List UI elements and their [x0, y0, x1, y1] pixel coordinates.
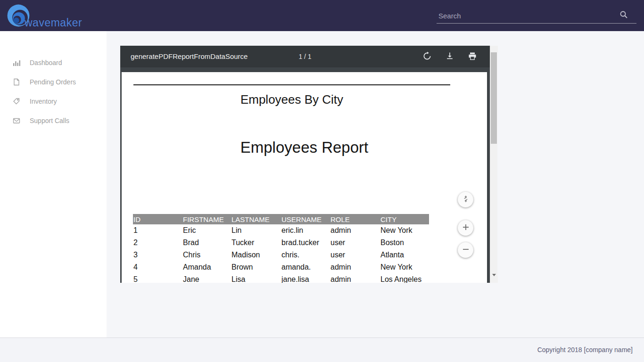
- table-cell: Lin: [231, 224, 281, 237]
- app-header: wavemaker: [0, 0, 644, 31]
- table-cell: jane.lisa: [281, 273, 330, 283]
- envelope-icon: [13, 117, 20, 124]
- tag-icon: [13, 98, 20, 105]
- table-cell: Lisa: [231, 273, 281, 283]
- scroll-up-button[interactable]: [490, 46, 498, 52]
- sidebar-item-inventory[interactable]: Inventory: [0, 91, 107, 111]
- download-icon: [445, 51, 454, 62]
- column-header: ID: [133, 214, 182, 224]
- search-input[interactable]: [438, 9, 608, 22]
- sidebar-item-dashboard[interactable]: Dashboard: [0, 53, 107, 72]
- search-icon[interactable]: [619, 10, 628, 19]
- app-footer: Copyright 2018 [company name]: [0, 337, 644, 362]
- scroll-down-icon: [492, 274, 496, 283]
- pdf-toolbar-actions: [421, 46, 478, 67]
- print-button[interactable]: [467, 51, 478, 62]
- zoom-out-button[interactable]: [458, 242, 473, 258]
- vertical-scrollbar[interactable]: [490, 46, 497, 283]
- table-cell: Atlanta: [380, 249, 429, 261]
- plus-icon: [462, 223, 470, 232]
- employees-table: ID FIRSTNAME LASTNAME USERNAME ROLE CITY…: [133, 214, 429, 283]
- download-button[interactable]: [444, 51, 455, 62]
- rotate-icon: [422, 51, 432, 62]
- minus-icon: [462, 246, 470, 255]
- sidebar: Dashboard Pending Orders Inventory: [0, 31, 107, 337]
- table-cell: Madison: [231, 249, 281, 261]
- table-cell: admin: [330, 261, 380, 273]
- document-subtitle: Employees By City: [122, 92, 462, 107]
- table-cell: Tucker: [231, 237, 281, 249]
- bar-chart-icon: [13, 59, 20, 66]
- sidebar-item-pending-orders[interactable]: Pending Orders: [0, 72, 107, 91]
- table-cell: Chris: [182, 249, 231, 261]
- table-cell: New York: [380, 261, 429, 273]
- table-cell: user: [330, 237, 380, 249]
- table-cell: 3: [133, 249, 182, 261]
- table-cell: New York: [380, 224, 429, 237]
- rotate-button[interactable]: [421, 51, 433, 62]
- sidebar-item-label: Support Calls: [30, 117, 69, 124]
- zoom-in-button[interactable]: [458, 220, 473, 236]
- table-row: 2 Brad Tucker brad.tucker user Boston: [133, 237, 429, 249]
- table-cell: admin: [330, 224, 380, 237]
- column-header: ROLE: [330, 214, 380, 224]
- document-rule: [133, 84, 450, 85]
- main-content: generatePDFReportFromDataSource 1 / 1: [107, 31, 644, 337]
- sidebar-item-label: Pending Orders: [30, 78, 76, 86]
- compress-icon: [462, 195, 470, 204]
- column-header: LASTNAME: [231, 214, 281, 224]
- table-cell: Boston: [380, 237, 429, 249]
- table-header-row: ID FIRSTNAME LASTNAME USERNAME ROLE CITY: [133, 214, 429, 224]
- table-row: 5 Jane Lisa jane.lisa admin Los Angeles: [133, 273, 429, 283]
- column-header: CITY: [380, 214, 429, 224]
- document-title: Employees Report: [122, 139, 487, 156]
- sidebar-item-support-calls[interactable]: Support Calls: [0, 111, 107, 130]
- table-cell: eric.lin: [281, 224, 330, 237]
- scroll-down-button[interactable]: [490, 276, 498, 283]
- table-cell: Los Angeles: [380, 273, 429, 283]
- pdf-content-area: Employees By City Employees Report ID FI…: [120, 67, 490, 283]
- table-cell: 4: [133, 261, 182, 273]
- table-row: 3 Chris Madison chris. user Atlanta: [133, 249, 429, 261]
- table-cell: Brad: [182, 237, 231, 249]
- table-cell: 5: [133, 273, 182, 283]
- sidebar-item-label: Inventory: [30, 98, 57, 105]
- column-header: USERNAME: [281, 214, 330, 224]
- pdf-viewer: generatePDFReportFromDataSource 1 / 1: [120, 46, 497, 283]
- print-icon: [468, 51, 477, 62]
- table-cell: user: [330, 249, 380, 261]
- scrollbar-thumb[interactable]: [491, 52, 497, 144]
- table-cell: Brown: [231, 261, 281, 273]
- table-cell: Amanda: [182, 261, 231, 273]
- table-cell: chris.: [281, 249, 330, 261]
- table-row: 1 Eric Lin eric.lin admin New York: [133, 224, 429, 237]
- table-cell: 1: [133, 224, 182, 237]
- fit-to-page-button[interactable]: [458, 192, 473, 207]
- table-cell: brad.tucker: [281, 237, 330, 249]
- brand-name: wavemaker: [25, 16, 82, 29]
- table-cell: Jane: [182, 273, 231, 283]
- document-icon: [13, 78, 20, 86]
- pdf-page: Employees By City Employees Report ID FI…: [122, 72, 487, 283]
- pdf-toolbar: generatePDFReportFromDataSource 1 / 1: [120, 46, 490, 67]
- table-cell: 2: [133, 237, 182, 249]
- table-cell: admin: [330, 273, 380, 283]
- search-box: [437, 8, 636, 24]
- table-row: 4 Amanda Brown amanda. admin New York: [133, 261, 429, 273]
- column-header: FIRSTNAME: [182, 214, 231, 224]
- sidebar-item-label: Dashboard: [30, 59, 62, 66]
- app-root: wavemaker Dashboard: [0, 0, 644, 362]
- brand: wavemaker: [6, 3, 110, 30]
- copyright-text: Copyright 2018 [company name]: [537, 338, 633, 362]
- table-cell: amanda.: [281, 261, 330, 273]
- table-cell: Eric: [182, 224, 231, 237]
